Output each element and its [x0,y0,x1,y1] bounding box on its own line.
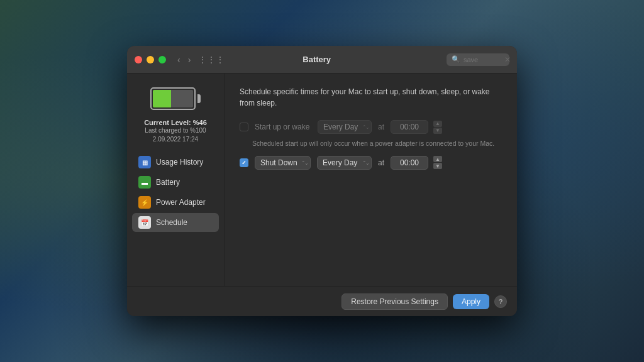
battery-nav-icon: ▬ [138,176,151,189]
startup-time-down[interactable]: ▼ [433,128,442,134]
apply-button[interactable]: Apply [453,294,489,309]
sidebar-nav: ▦ Usage History ▬ Battery ⚡ Power Adapte… [127,153,224,233]
back-button[interactable]: ‹ [175,53,183,66]
maximize-button[interactable] [158,56,166,63]
shutdown-time-up[interactable]: ▲ [433,156,442,162]
search-input[interactable] [464,56,501,63]
startup-at-label: at [378,123,384,131]
sidebar-label-schedule: Schedule [156,218,187,227]
battery-icon-visual [150,86,201,111]
battery-current-level: Current Level: %46 [144,119,207,126]
panel-description: Schedule specific times for your Mac to … [240,86,502,109]
power-adapter-icon: ⚡ [138,196,151,209]
shutdown-time-input[interactable] [391,156,428,170]
window-title: Battery [187,55,447,64]
shutdown-time-down[interactable]: ▼ [433,163,442,169]
search-box[interactable]: 🔍 ✕ [447,53,509,66]
preferences-window: ‹ › ⋮⋮⋮ Battery 🔍 ✕ Current Level: %46 [127,46,517,316]
startup-frequency-select[interactable]: Every Day [318,120,372,134]
shutdown-at-label: at [378,158,384,167]
shutdown-frequency-wrapper: Every Day Weekdays Weekends [317,156,372,170]
sidebar-label-power-adapter: Power Adapter [156,198,206,207]
sidebar: Current Level: %46 Last charged to %100 … [127,74,225,286]
battery-last-charged: Last charged to %100 2.09.2022 17:24 [144,126,207,144]
panel-footer-spacer [240,175,502,273]
shutdown-frequency-select[interactable]: Every Day Weekdays Weekends [317,156,372,170]
sidebar-label-usage-history: Usage History [156,158,203,167]
battery-fill [153,90,193,107]
search-icon: 🔍 [452,55,460,63]
sidebar-item-power-adapter[interactable]: ⚡ Power Adapter [132,193,219,212]
restore-settings-button[interactable]: Restore Previous Settings [341,293,448,310]
window-footer: Restore Previous Settings Apply ? [127,286,517,316]
shutdown-action-select[interactable]: Shut Down Sleep Restart [255,156,311,170]
startup-time-stepper: ▲ ▼ [433,121,442,134]
titlebar: ‹ › ⋮⋮⋮ Battery 🔍 ✕ [127,46,517,74]
battery-tip [197,94,201,103]
startup-hint: Scheduled start up will only occur when … [252,139,502,148]
sidebar-item-usage-history[interactable]: ▦ Usage History [132,153,219,172]
shutdown-time-stepper: ▲ ▼ [433,156,442,169]
battery-body [150,87,196,110]
startup-checkbox[interactable] [240,123,248,131]
minimize-button[interactable] [147,56,154,63]
close-button[interactable] [135,56,142,63]
startup-label: Start up or wake [255,123,311,131]
schedule-icon: 📅 [138,216,151,229]
usage-history-icon: ▦ [138,156,151,168]
shutdown-action-wrapper: Shut Down Sleep Restart [255,156,311,170]
battery-stats: Current Level: %46 Last charged to %100 … [144,119,207,144]
shutdown-checkbox[interactable] [240,158,248,167]
startup-row: Start up or wake Every Day at ▲ ▼ [240,120,502,134]
startup-frequency-wrapper: Every Day [318,120,372,134]
help-button[interactable]: ? [494,295,507,308]
search-clear-icon[interactable]: ✕ [504,55,511,64]
main-content: Current Level: %46 Last charged to %100 … [127,74,517,286]
startup-time-up[interactable]: ▲ [433,121,442,127]
sidebar-item-schedule[interactable]: 📅 Schedule [132,213,219,232]
sidebar-label-battery: Battery [156,178,180,187]
traffic-lights [135,56,166,63]
sidebar-item-battery[interactable]: ▬ Battery [132,173,219,192]
startup-time-input[interactable] [391,120,428,134]
schedule-panel: Schedule specific times for your Mac to … [225,74,517,286]
shutdown-row: Shut Down Sleep Restart Every Day Weekda… [240,156,502,170]
